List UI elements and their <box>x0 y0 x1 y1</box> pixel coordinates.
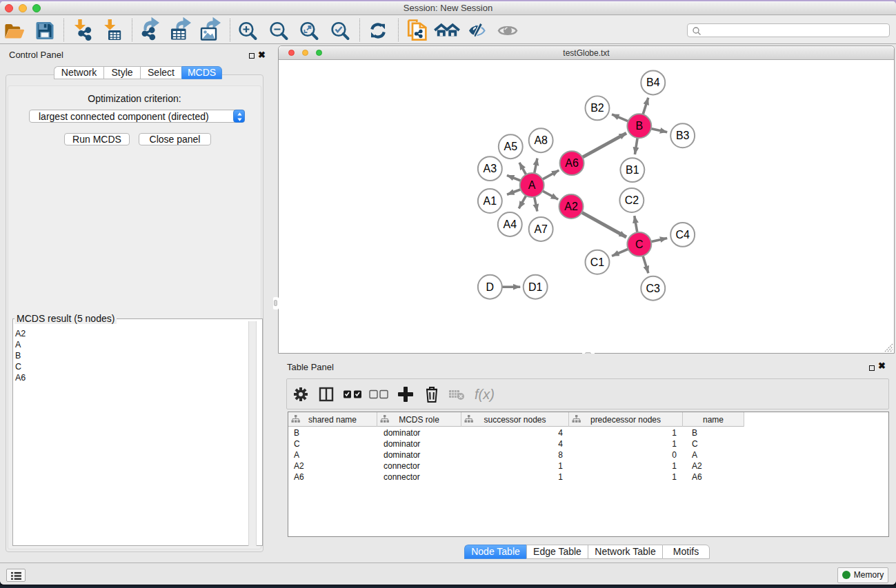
svg-text:D1: D1 <box>528 281 543 293</box>
svg-text:A6: A6 <box>565 157 579 169</box>
svg-text:B2: B2 <box>590 102 604 114</box>
svg-text:C2: C2 <box>625 194 639 206</box>
svg-text:D: D <box>486 281 495 293</box>
svg-text:C1: C1 <box>590 256 605 268</box>
svg-text:B1: B1 <box>626 164 639 176</box>
svg-text:A7: A7 <box>534 223 548 235</box>
svg-text:C3: C3 <box>646 283 661 294</box>
svg-text:A4: A4 <box>504 219 517 230</box>
svg-text:C: C <box>635 239 644 250</box>
svg-text:B: B <box>635 120 643 132</box>
svg-text:A: A <box>528 179 536 191</box>
svg-text:A2: A2 <box>564 201 578 212</box>
svg-text:B4: B4 <box>646 77 660 88</box>
svg-text:A3: A3 <box>484 163 497 174</box>
svg-text:f(x): f(x) <box>475 387 495 402</box>
svg-text:A5: A5 <box>504 141 517 152</box>
svg-text:C4: C4 <box>675 229 690 241</box>
svg-text:A1: A1 <box>484 195 497 207</box>
svg-text:B3: B3 <box>676 130 690 141</box>
svg-text:A8: A8 <box>534 134 548 146</box>
